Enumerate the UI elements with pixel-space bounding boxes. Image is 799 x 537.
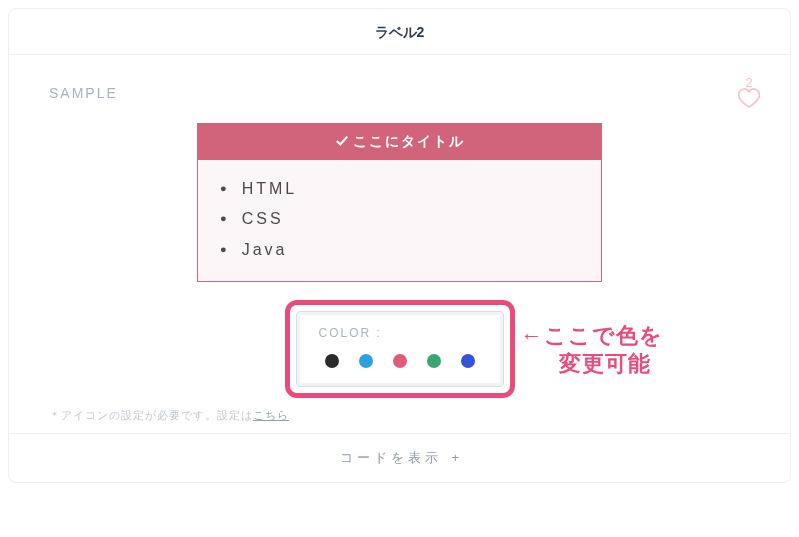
list-item: HTML xyxy=(220,174,579,204)
color-picker-wrap: COLOR : ←ここで色を 変更可能 xyxy=(285,300,515,398)
list-item: CSS xyxy=(220,204,579,234)
check-icon xyxy=(335,134,349,150)
footnote: ＊アイコンの設定が必要です。設定はこちら xyxy=(49,408,750,423)
color-swatches xyxy=(319,354,481,368)
sample-box-list: HTML CSS Java xyxy=(198,160,601,281)
footnote-text: ＊アイコンの設定が必要です。設定は xyxy=(49,409,253,421)
list-item: Java xyxy=(220,235,579,265)
annotation-label: ←ここで色を 変更可能 xyxy=(521,322,663,377)
annotation-line2: 変更可能 xyxy=(559,350,651,375)
plus-icon: + xyxy=(452,450,460,465)
show-code-button[interactable]: コードを表示 + xyxy=(9,433,790,482)
highlight-border: COLOR : xyxy=(285,300,515,398)
sample-box-header: ここにタイトル xyxy=(198,124,601,160)
sample-label: SAMPLE xyxy=(49,85,750,101)
heart-icon xyxy=(738,88,760,108)
tab-header: ラベル2 xyxy=(9,9,790,55)
show-code-label: コードを表示 xyxy=(340,450,442,465)
sample-box-title: ここにタイトル xyxy=(353,133,465,149)
color-swatch-green[interactable] xyxy=(427,354,441,368)
color-swatch-blue[interactable] xyxy=(359,354,373,368)
like-button[interactable]: 2 xyxy=(738,75,760,108)
card: ラベル2 SAMPLE 2 ここにタイトル HTML CSS Java xyxy=(8,8,791,483)
sample-box: ここにタイトル HTML CSS Java xyxy=(197,123,602,282)
footnote-link[interactable]: こちら xyxy=(253,409,289,421)
color-picker: COLOR : xyxy=(296,311,504,387)
color-swatch-pink[interactable] xyxy=(393,354,407,368)
content-area: SAMPLE 2 ここにタイトル HTML CSS Java COLOR xyxy=(9,55,790,433)
color-picker-label: COLOR : xyxy=(319,326,481,340)
color-swatch-indigo[interactable] xyxy=(461,354,475,368)
annotation-line1: ←ここで色を xyxy=(521,323,663,348)
color-swatch-black[interactable] xyxy=(325,354,339,368)
tab-label[interactable]: ラベル2 xyxy=(375,24,425,40)
